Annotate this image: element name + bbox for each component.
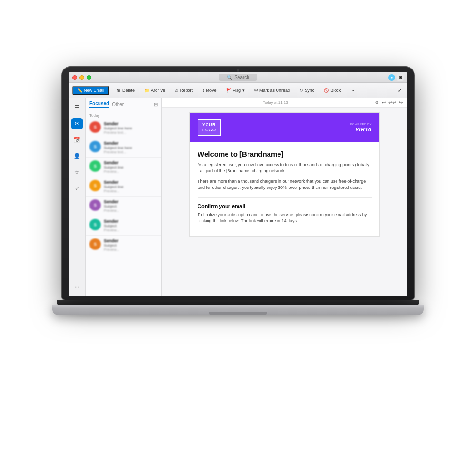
macos-titlebar: 🔍 Search ● ⊞ <box>69 72 407 83</box>
confirm-section-title: Confirm your email <box>198 203 372 209</box>
email-preview: Sender Subject line Preview... <box>104 180 158 193</box>
search-box[interactable]: 🔍 Search <box>219 74 257 81</box>
mark-unread-button[interactable]: ✉ Mark as Unread <box>252 87 292 94</box>
mark-icon: ✉ <box>254 88 258 93</box>
avatar: S <box>89 180 101 191</box>
email-subject: Subject <box>104 224 158 228</box>
expand-button[interactable]: ⤢ <box>396 87 404 94</box>
email-snippet: Preview text... <box>104 130 158 135</box>
powered-by-section: Powered by VIRTA <box>350 123 372 132</box>
mail-toolbar: ✏️ New Email 🗑 Delete 📁 Archive ⚠ Report… <box>69 83 407 98</box>
body-paragraph-1: As a registered user, you now have acces… <box>198 162 372 175</box>
close-button[interactable] <box>72 75 77 80</box>
minimize-button[interactable] <box>79 75 84 80</box>
laptop-base <box>52 305 424 315</box>
expand-icon: ⤢ <box>398 88 402 93</box>
delete-button[interactable]: 🗑 Delete <box>115 87 137 94</box>
logo-placeholder: YOUR LOGO <box>198 119 221 136</box>
move-icon: ↕ <box>202 88 205 93</box>
sidebar-people-icon[interactable]: 👤 <box>71 150 83 162</box>
viewer-topbar: Today at 11:13 ⚙ ↩ ↩↩ ↪ <box>162 98 407 108</box>
more-icon: ··· <box>350 88 354 93</box>
email-sender: Sender <box>104 180 158 185</box>
list-item[interactable]: S Sender Subject Preview... <box>86 197 161 216</box>
search-bar: 🔍 Search <box>94 74 382 81</box>
list-item[interactable]: S Sender Subject Preview... <box>86 216 161 236</box>
sidebar-mail-icon[interactable]: ✉ <box>71 118 83 129</box>
email-timestamp: Today at 11:13 <box>263 100 288 105</box>
forward-icon[interactable]: ↪ <box>399 100 403 105</box>
block-button[interactable]: 🚫 Block <box>322 87 343 94</box>
email-snippet: Preview... <box>104 248 158 252</box>
archive-button[interactable]: 📁 Archive <box>142 87 167 94</box>
email-subject: Subject line here <box>104 146 158 150</box>
sidebar-tasks-icon[interactable]: ✓ <box>71 183 83 194</box>
email-subject: Subject line here <box>104 126 158 130</box>
filter-icon[interactable]: ⊟ <box>154 102 158 107</box>
window-controls-right: ● ⊞ <box>385 74 404 81</box>
flag-button[interactable]: 🚩 Flag ▾ <box>224 87 247 94</box>
fullscreen-button[interactable] <box>87 75 91 80</box>
sidebar-calendar-icon[interactable]: 📅 <box>71 134 83 146</box>
window-icon[interactable]: ⊞ <box>397 74 404 81</box>
email-snippet: Preview... <box>104 189 158 193</box>
new-email-button[interactable]: ✏️ New Email <box>72 86 109 95</box>
email-banner: YOUR LOGO Powered by VIRTA <box>190 113 379 142</box>
email-subject: Subject <box>104 243 158 248</box>
delete-icon: 🗑 <box>117 88 121 93</box>
search-icon: 🔍 <box>227 75 232 80</box>
email-preview: Sender Subject line here Preview text... <box>104 141 158 154</box>
sidebar-icons: ☰ ✉ 📅 👤 ☆ ✓ ··· <box>69 98 86 296</box>
email-preview: Sender Subject line Preview... <box>104 160 158 174</box>
move-button[interactable]: ↕ Move <box>200 87 218 94</box>
email-snippet: Preview... <box>104 228 158 232</box>
email-viewer: Today at 11:13 ⚙ ↩ ↩↩ ↪ <box>162 98 407 296</box>
email-preview: Sender Subject Preview... <box>104 199 158 213</box>
avatar: S <box>89 160 101 172</box>
settings-icon[interactable]: ⚙ <box>375 100 379 105</box>
list-item[interactable]: S Sender Subject Preview... <box>86 236 161 255</box>
email-snippet: Preview... <box>104 208 158 213</box>
email-sender: Sender <box>104 219 158 224</box>
email-subject: Subject line <box>104 165 158 169</box>
reply-all-icon[interactable]: ↩↩ <box>388 100 396 105</box>
list-item[interactable]: S Sender Subject line here Preview text.… <box>86 119 161 138</box>
email-subject: Subject <box>104 204 158 208</box>
avatar: S <box>89 238 101 250</box>
sync-button[interactable]: ↻ Sync <box>298 87 316 94</box>
virta-logo: VIRTA <box>356 127 372 132</box>
laptop-wrapper: 🔍 Search ● ⊞ ✏️ New Email 🗑 Delete <box>52 67 424 409</box>
email-sender: Sender <box>104 238 158 243</box>
email-sender: Sender <box>104 121 158 126</box>
email-subject: Subject line <box>104 185 158 189</box>
sidebar-menu-icon[interactable]: ☰ <box>71 102 83 113</box>
email-sender: Sender <box>104 141 158 146</box>
sidebar-more-icon[interactable]: ··· <box>71 281 83 292</box>
archive-icon: 📁 <box>144 88 149 93</box>
powered-by-label: Powered by <box>350 123 372 126</box>
body-paragraph-2: There are more than a thousand chargers … <box>198 178 372 191</box>
avatar: S <box>89 141 101 152</box>
email-list: Focused Other ⊟ Today S Sender Subject l… <box>86 98 162 296</box>
tab-focused[interactable]: Focused <box>89 101 109 108</box>
more-button[interactable]: ··· <box>348 87 356 94</box>
date-group-label: Today <box>86 111 161 119</box>
tab-other[interactable]: Other <box>112 102 124 107</box>
avatar: S <box>89 199 101 211</box>
email-sender: Sender <box>104 160 158 165</box>
confirm-paragraph: To finalize your subscription and to use… <box>198 212 372 225</box>
sidebar-star-icon[interactable]: ☆ <box>71 167 83 178</box>
email-preview: Sender Subject Preview... <box>104 219 158 232</box>
profile-icon[interactable]: ● <box>388 74 395 81</box>
list-item[interactable]: S Sender Subject line here Preview text.… <box>86 138 161 158</box>
email-preview: Sender Subject line here Preview text... <box>104 121 158 135</box>
list-item[interactable]: S Sender Subject line Preview... <box>86 177 161 197</box>
flag-icon: 🚩 <box>226 88 231 93</box>
laptop-screen: 🔍 Search ● ⊞ ✏️ New Email 🗑 Delete <box>62 67 414 300</box>
reply-icon[interactable]: ↩ <box>382 100 386 105</box>
email-snippet: Preview text... <box>104 150 158 154</box>
avatar: S <box>89 121 101 133</box>
list-item[interactable]: S Sender Subject line Preview... <box>86 158 161 177</box>
report-button[interactable]: ⚠ Report <box>173 87 195 94</box>
laptop-hinge <box>57 300 419 305</box>
